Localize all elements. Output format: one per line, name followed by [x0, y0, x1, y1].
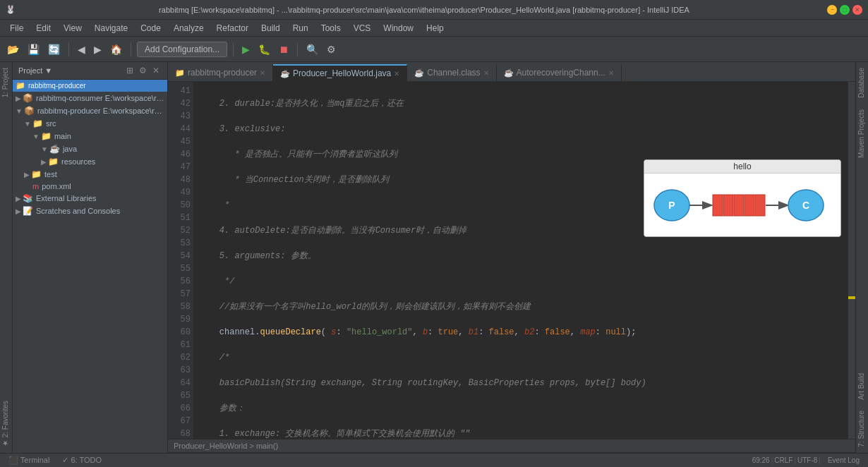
diagram-canvas: P	[644, 174, 840, 236]
menu-view[interactable]: View	[58, 22, 88, 35]
sidebar-item-java[interactable]: ▼ ☕ java	[13, 142, 167, 155]
tab-icon-rabbitmq-producer: 📁	[175, 68, 185, 78]
toolbar-sep-3	[233, 42, 234, 56]
scroll-gutter	[848, 82, 855, 439]
sidebar-item-rabbitmq-producer-tab[interactable]: 📁 rabbitmq-producer	[13, 80, 167, 92]
svg-text:P: P	[668, 200, 675, 211]
sidebar-collapse-btn[interactable]: ⊞	[124, 65, 135, 76]
tab-channel[interactable]: ☕ Channel.class ✕	[407, 64, 496, 81]
menu-analyze[interactable]: Analyze	[168, 22, 210, 35]
toolbar-run-btn[interactable]: ▶	[239, 42, 253, 56]
status-position: 69:26	[752, 456, 770, 464]
app-window: 🐰 rabbitmq [E:\workspace\rabbitmq] - ...…	[0, 0, 868, 467]
code-text[interactable]: 2. durable:是否持久化，当mq重启之后，还在 3. exclusive…	[193, 82, 855, 439]
tab-label-producer: Producer_HelloWorld.java	[293, 68, 391, 78]
toolbar-sep-2	[131, 42, 131, 56]
project-sidebar: Project ▼ ⊞ ⚙ ✕ 📁 rabbitmq-producer ▶ 📦 …	[13, 62, 168, 453]
menu-vcs[interactable]: VCS	[348, 22, 377, 35]
sidebar-close-btn[interactable]: ✕	[150, 65, 162, 76]
title-text: rabbitmq [E:\workspace\rabbitmq] - ...\r…	[21, 6, 827, 14]
toolbar-debug-btn[interactable]: 🐛	[255, 42, 273, 56]
tab-producer-helloworld[interactable]: ☕ Producer_HelloWorld.java ✕	[273, 64, 407, 81]
tab-icon-autorecovering: ☕	[504, 68, 514, 78]
tab-rabbitmq-producer[interactable]: 📁 rabbitmq-producer ✕	[168, 64, 273, 81]
toolbar-forward-btn[interactable]: ▶	[91, 42, 104, 56]
event-log-button[interactable]: Event Log	[822, 456, 865, 465]
menu-refactor[interactable]: Refactor	[211, 22, 254, 35]
sidebar-tools: ⊞ ⚙ ✕	[124, 65, 162, 76]
sidebar-item-main[interactable]: ▼ 📁 main	[13, 130, 167, 142]
menu-tools[interactable]: Tools	[315, 22, 346, 35]
status-charset: UTF-8	[797, 456, 817, 464]
sidebar-item-scratches[interactable]: ▶ 📝 Scratches and Consoles	[13, 205, 167, 217]
todo-tab[interactable]: ✓ 6: TODO	[56, 455, 107, 466]
sidebar-item-external-libraries[interactable]: ▶ 📚 External Libraries	[13, 192, 167, 205]
svg-text:C: C	[802, 200, 809, 211]
menu-run[interactable]: Run	[287, 22, 314, 35]
app-icon: 🐰	[6, 5, 16, 14]
right-side-labels: Database Maven Projects Art Build 7: Str…	[855, 62, 868, 453]
sidebar-item-rabbitmq-consumer[interactable]: ▶ 📦 rabbitmq-consumer E:\workspace\rabbi…	[13, 92, 167, 104]
toolbar-refresh-btn[interactable]: 🔄	[45, 42, 63, 56]
art-build-label[interactable]: Art Build	[856, 368, 868, 406]
svg-rect-3	[713, 195, 723, 216]
toolbar-settings-btn[interactable]: ⚙	[324, 42, 339, 56]
minimize-button[interactable]: －	[827, 5, 837, 15]
center-area: 📁 rabbitmq-producer ✕ ☕ Producer_HelloWo…	[168, 62, 855, 453]
toolbar-sep-4	[297, 42, 298, 56]
sidebar-item-rabbitmq-producer[interactable]: ▼ 📦 rabbitmq-producer E:\workspace\rabbi…	[13, 104, 167, 117]
toolbar-save-btn[interactable]: 💾	[25, 42, 42, 56]
line-numbers: 4142434445 4647484950 5152535455 5657585…	[168, 82, 193, 439]
tab-label-channel: Channel.class	[427, 68, 480, 78]
menu-build[interactable]: Build	[255, 22, 286, 35]
toolbar-back-btn[interactable]: ◀	[75, 42, 88, 56]
sidebar-title: Project ▼	[18, 66, 52, 75]
tab-icon-channel: ☕	[414, 68, 424, 78]
menu-file[interactable]: File	[4, 22, 29, 35]
terminal-tab[interactable]: ⬛ Terminal	[3, 455, 55, 466]
sidebar-settings-btn[interactable]: ⚙	[137, 65, 149, 76]
menu-edit[interactable]: Edit	[30, 22, 56, 35]
tab-close-autorecovering[interactable]: ✕	[608, 69, 614, 77]
sidebar-item-src[interactable]: ▼ 📁 src	[13, 117, 167, 130]
svg-rect-5	[734, 195, 744, 216]
sidebar-item-pom[interactable]: m pom.xml	[13, 181, 167, 192]
tab-close-producer[interactable]: ✕	[394, 70, 399, 78]
toolbar-open-btn[interactable]: 📂	[4, 42, 22, 56]
sidebar-item-resources[interactable]: ▶ 📁 resources	[13, 155, 167, 168]
tab-close-channel[interactable]: ✕	[483, 69, 489, 77]
tab-close-rabbitmq-producer[interactable]: ✕	[260, 69, 265, 77]
menu-bar: File Edit View Navigate Code Analyze Ref…	[0, 20, 868, 37]
svg-rect-7	[755, 195, 765, 216]
window-controls: － □ ✕	[827, 5, 862, 15]
rabbitmq-diagram: hello P	[644, 159, 841, 237]
tab-label-autorecovering: AutorecoveringChann...	[517, 68, 605, 78]
add-configuration-button[interactable]: Add Configuration...	[137, 42, 227, 57]
menu-help[interactable]: Help	[421, 22, 450, 35]
toolbar: 📂 💾 🔄 ◀ ▶ 🏠 Add Configuration... ▶ 🐛 ⏹ 🔍…	[0, 37, 868, 62]
sidebar-item-test[interactable]: ▶ 📁 test	[13, 168, 167, 181]
code-editor[interactable]: 4142434445 4647484950 5152535455 5657585…	[168, 82, 855, 439]
menu-window[interactable]: Window	[378, 22, 419, 35]
project-panel-label[interactable]: 1: Project	[0, 62, 12, 103]
sidebar-header: Project ▼ ⊞ ⚙ ✕	[13, 62, 167, 80]
svg-rect-4	[723, 195, 733, 216]
toolbar-search-btn[interactable]: 🔍	[303, 42, 321, 56]
structure-label[interactable]: 7: Structure	[856, 405, 868, 453]
content-area: 1: Project ★ 2: Favorites Project ▼ ⊞ ⚙ …	[0, 62, 868, 453]
svg-rect-6	[745, 195, 754, 216]
maven-panel-label[interactable]: Maven Projects	[856, 104, 868, 164]
toolbar-home-btn[interactable]: 🏠	[107, 42, 125, 56]
tab-autorecovering[interactable]: ☕ AutorecoveringChann... ✕	[497, 64, 622, 81]
menu-code[interactable]: Code	[135, 22, 167, 35]
editor-tabs: 📁 rabbitmq-producer ✕ ☕ Producer_HelloWo…	[168, 62, 855, 82]
menu-navigate[interactable]: Navigate	[89, 22, 133, 35]
favorites-label[interactable]: ★ 2: Favorites	[0, 395, 12, 453]
database-panel-label[interactable]: Database	[856, 62, 868, 104]
status-crlf: CRLF	[774, 456, 792, 464]
diagram-title: hello	[644, 160, 840, 174]
bottom-breadcrumb: Producer_HelloWorld > main()	[168, 439, 855, 453]
maximize-button[interactable]: □	[840, 5, 850, 15]
close-button[interactable]: ✕	[852, 5, 862, 15]
toolbar-stop-btn[interactable]: ⏹	[276, 42, 291, 56]
